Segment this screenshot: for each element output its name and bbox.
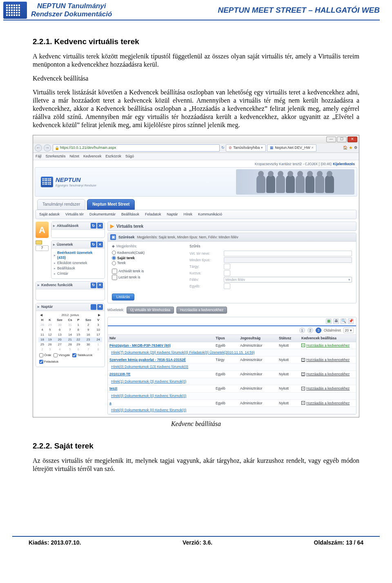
mail-icon: [36, 240, 42, 244]
panel-aktualitasok[interactable]: Aktualitások: [57, 224, 79, 228]
section-heading-2-2-2: 2.2.2. Saját terek: [33, 441, 359, 451]
section-heading-2-2-1: 2.2.1. Kedvenc virtuális terek: [33, 37, 359, 47]
listazas-button[interactable]: Listázás: [112, 294, 134, 300]
sidebar-message-item[interactable]: ▸Elküldött üzenetek: [54, 260, 102, 266]
sidebar-message-item[interactable]: ▸Beérkezett üzenetek (433): [54, 250, 102, 260]
sidebar-message-item[interactable]: ▸Beállítások: [54, 266, 102, 271]
calendar[interactable]: HKSzeCsPSzoV 282930311234567891011121314…: [38, 318, 102, 352]
print-icon[interactable]: 🖶: [333, 318, 339, 324]
nav-forward-button[interactable]: →: [44, 144, 51, 152]
table-row: 20101108-TEEgyébAdminisztrátorNyitott+Ho…: [108, 371, 356, 378]
home-icon[interactable]: 🏠: [343, 146, 347, 150]
check-targy[interactable]: [224, 264, 230, 269]
favorites-icon[interactable]: ★: [349, 145, 353, 151]
search-icon[interactable]: 🔍: [341, 318, 346, 324]
vt-name-link[interactable]: Szervetlen kémia gyakorlat - 7816-S1A-23…: [109, 358, 186, 362]
subrow-links[interactable]: Hírek(0) Dokumentumok (0) Kedvenc fórumo…: [109, 393, 188, 399]
chevron-right-icon: ▶: [110, 223, 114, 229]
cert-warning-tab[interactable]: ⊘Tanúsítványhiba▾: [226, 144, 266, 152]
radio-kedvencek[interactable]: [112, 251, 116, 255]
radio-terek[interactable]: [112, 261, 116, 265]
table-row: aEgyébAdminisztrátorNyitott+Hozzáadás a …: [108, 400, 356, 407]
page-title: Virtuális terek: [116, 224, 143, 229]
check-lezart[interactable]: [112, 275, 117, 280]
window-minimize-button[interactable]: —: [326, 137, 336, 142]
table-row: Szervetlen kémia gyakorlat - 7816-S1A-23…: [108, 357, 356, 364]
panel-refresh-icon[interactable]: ↻: [91, 223, 96, 229]
gear-icon[interactable]: ⚙: [354, 146, 357, 150]
cal-check-2[interactable]: Találkozók: [72, 353, 92, 357]
table-row: Pénzügytan - MKQB-P3P-76346V (60)EgyébAd…: [108, 342, 356, 350]
letter-a-icon: A: [36, 222, 49, 238]
pin-icon[interactable]: 📌: [348, 318, 354, 324]
col-kedvencek[interactable]: Kedvencek beállítása: [300, 335, 356, 342]
export-xls-icon[interactable]: ▦: [326, 318, 332, 324]
cal-check-3[interactable]: Feladatok: [39, 360, 58, 364]
panel-close-icon[interactable]: ✕: [97, 223, 103, 229]
col-statusz[interactable]: Státusz: [277, 335, 300, 342]
browser-menu-bar[interactable]: Fájl Szerkesztés Nézet Kedvencek Eszközö…: [33, 153, 359, 160]
col-jogosultsag[interactable]: Jogosultság: [238, 335, 277, 342]
table-row: tesztEgyébAdminisztrátorNyitott+Hozzáadá…: [108, 385, 356, 392]
logout-link[interactable]: Kijelentkezés: [333, 162, 355, 166]
cal-check-1[interactable]: Vizsgák: [53, 353, 70, 357]
subrow-links[interactable]: Hírek(1) Dokumentumok (3) Kedvenc fórumo…: [109, 379, 188, 384]
radio-sajat-terek[interactable]: [112, 256, 116, 260]
add-favorite-link[interactable]: +Hozzáadás a kedvencekhez: [301, 401, 354, 406]
vt-name-link[interactable]: 20101108-TE: [109, 372, 131, 376]
panel-kedvenc-funkciok[interactable]: Kedvenc funkciók: [41, 283, 73, 287]
filter-summary: Megjelenítés: Saját terek, Minden típus:…: [137, 235, 238, 240]
banner-image: [236, 169, 354, 195]
tab-neptun-meet-street[interactable]: Neptun Meet Street: [87, 199, 135, 210]
cal-next-icon[interactable]: ▶: [98, 313, 100, 317]
add-to-favorites-button[interactable]: Hozzáadás a kedvencekhez: [176, 307, 227, 314]
footer-kiadas: Kiadás: 2013.07.10.: [29, 539, 81, 546]
chevron-right-icon[interactable]: ▸: [53, 224, 55, 228]
sidebar-message-item[interactable]: ▸Címtár: [54, 271, 102, 276]
vt-name-link[interactable]: Pénzügytan - MKQB-P3P-76346V (60): [109, 343, 171, 348]
vt-name-link[interactable]: a: [109, 401, 111, 405]
window-close-button[interactable]: ✕: [347, 137, 357, 142]
panel-uzenetek[interactable]: Üzenetek: [57, 242, 73, 247]
add-favorite-link[interactable]: +Hozzáadás a kedvencekhez: [301, 372, 354, 377]
paragraph: Virtuális terek listázását követően a Ke…: [33, 88, 359, 129]
refresh-icon[interactable]: ↻: [221, 146, 225, 150]
page-3[interactable]: 3: [316, 327, 321, 333]
footer-rule: [12, 536, 380, 537]
input-vt-neve[interactable]: [224, 251, 352, 256]
vt-name-link[interactable]: teszt: [109, 386, 117, 390]
col-tipus[interactable]: Típus: [214, 335, 238, 342]
add-favorite-link[interactable]: +Hozzáadás a kedvencekhez: [301, 386, 354, 391]
table-row-sub: Hírek(0) Dokumentumok (0) Kedvenc fórumo…: [108, 407, 356, 414]
select-felev[interactable]: Minden félév▾: [224, 277, 352, 283]
window-maximize-button[interactable]: ☐: [337, 137, 347, 142]
user-info-bar: Kropacsevszky Kantász teszt2 - CJOJ6X | …: [35, 162, 357, 167]
subrow-links[interactable]: Hírek(7) Dokumentumok (29) Kedvenc fórum…: [109, 350, 256, 355]
page-footer: Kiadás: 2013.07.10. Verzió: 3.6. Oldalsz…: [0, 538, 392, 558]
page-size-select[interactable]: 20▾: [343, 327, 354, 333]
screenshot-window: — ☐ ✕ ← → 🔒 https://10.0.1.21/dev/hu/mai…: [33, 135, 359, 417]
page-2[interactable]: 2: [307, 327, 313, 333]
tab-tanulmanyi-rendszer[interactable]: Tanulmányi rendszer: [37, 199, 85, 210]
add-favorite-link[interactable]: +Hozzáadás a kedvencekhez: [301, 343, 354, 348]
neptun-logo-icon: [3, 2, 27, 19]
col-nev[interactable]: Név: [108, 335, 214, 342]
collapse-icon[interactable]: ▣: [110, 234, 116, 240]
subrow-links[interactable]: Hírek(0) Dokumentumok (0) Kedvenc fórumo…: [109, 407, 188, 413]
panel-naptar[interactable]: Naptár: [41, 305, 53, 309]
add-favorite-link[interactable]: +Hozzáadás a kedvencekhez: [301, 358, 354, 362]
check-kurzus[interactable]: [224, 270, 230, 276]
paragraph: Kedvencek beállítása: [33, 74, 359, 83]
cal-prev-icon[interactable]: ◀: [40, 313, 42, 317]
cal-check-0[interactable]: Órák: [39, 353, 51, 357]
address-bar[interactable]: 🔒 https://10.0.1.21/dev/hu/main.aspx: [53, 144, 220, 152]
page-1[interactable]: 1: [299, 327, 305, 333]
subrow-links[interactable]: Hírek(0) Dokumentumok (13) Kedvenc fórum…: [109, 364, 190, 370]
check-archivalt[interactable]: [112, 269, 117, 274]
new-vt-button[interactable]: Új virtuális tér létrehozása: [127, 307, 174, 314]
check-egyeb[interactable]: [224, 283, 230, 289]
nav-back-button[interactable]: ←: [35, 144, 42, 152]
browser-tab[interactable]: ▦Neptun.Net DEV_HW ×: [267, 144, 316, 152]
paragraph: Az összes virtuális tér megjelenik itt, …: [33, 457, 359, 473]
main-nav-bar[interactable]: Saját adatok Virtuális tér Dokumentumtár…: [36, 210, 356, 219]
